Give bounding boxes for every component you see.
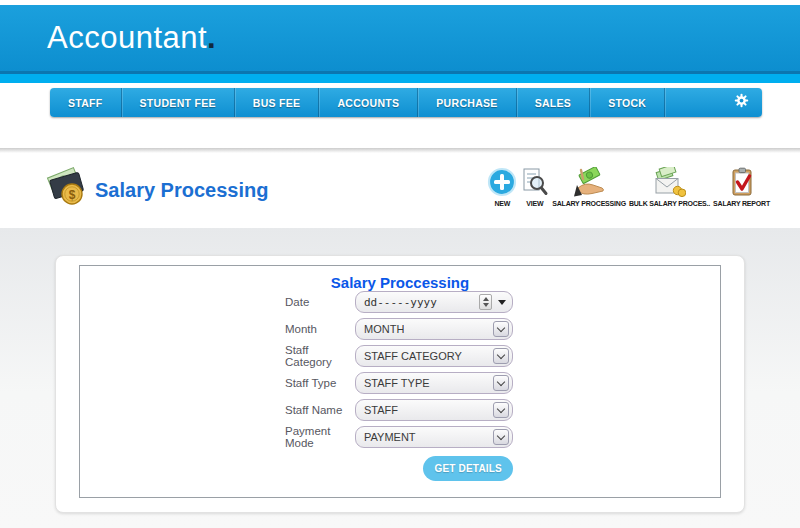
nav-item-purchase[interactable]: PURCHASE (418, 88, 516, 117)
clipboard-check-icon (727, 161, 757, 197)
get-details-button[interactable]: GET DETAILS (423, 456, 513, 481)
chevron-down-icon (493, 402, 509, 418)
staff-name-value: STAFF (364, 404, 398, 416)
brand-text: Accountant (47, 20, 207, 55)
form-actions: GET DETAILS (285, 456, 513, 481)
date-label: Date (285, 296, 355, 308)
staff-type-select[interactable]: STAFF TYPE (355, 372, 513, 394)
page-title: Salary Processing (95, 179, 268, 202)
spinner-down-icon (483, 303, 489, 307)
gear-icon (734, 93, 749, 112)
calendar-dropdown-icon[interactable] (498, 300, 506, 305)
app-header: Accountant. (0, 5, 800, 71)
form-row-staff-name: Staff Name STAFF (285, 399, 720, 421)
form-row-date: Date dd-----yyyy (285, 291, 720, 313)
toolbar-label: BULK SALARY PROCES.. (629, 200, 710, 207)
spinner-up-icon (483, 297, 489, 301)
money-icon: $ (44, 163, 90, 213)
brand-logo: Accountant. (47, 20, 216, 56)
header-accent-strip (0, 74, 800, 83)
app-window: Accountant. STAFF STUDENT FEE BUS FEE AC… (0, 0, 800, 528)
staff-category-label: Staff Category (285, 344, 355, 368)
toolbar-view-button[interactable]: VIEW (520, 161, 549, 207)
date-spinner[interactable] (479, 294, 492, 310)
chevron-down-icon (493, 321, 509, 337)
brand-dot: . (207, 20, 216, 55)
month-label: Month (285, 323, 355, 335)
toolbar-label: VIEW (526, 200, 543, 207)
form-row-staff-type: Staff Type STAFF TYPE (285, 372, 720, 394)
plus-circle-icon (487, 161, 517, 197)
nav-item-stock[interactable]: STOCK (590, 88, 665, 117)
settings-button[interactable] (721, 88, 762, 117)
payment-mode-select[interactable]: PAYMENT (355, 426, 513, 448)
envelope-money-icon (652, 161, 686, 197)
toolbar-salary-report-button[interactable]: SALARY REPORT (713, 161, 770, 207)
form-card: Salary Proccessing Date dd-----yyyy Mont… (55, 255, 745, 513)
nav-item-accounts[interactable]: ACCOUNTS (319, 88, 418, 117)
staff-name-label: Staff Name (285, 404, 355, 416)
payment-mode-value: PAYMENT (364, 431, 416, 443)
staff-type-label: Staff Type (285, 377, 355, 389)
main-nav: STAFF STUDENT FEE BUS FEE ACCOUNTS PURCH… (50, 88, 762, 117)
staff-name-select[interactable]: STAFF (355, 399, 513, 421)
salary-processing-fieldset: Salary Proccessing Date dd-----yyyy Mont… (79, 265, 721, 498)
nav-item-student-fee[interactable]: STUDENT FEE (122, 88, 235, 117)
toolbar-new-button[interactable]: NEW (487, 161, 517, 207)
nav-item-staff[interactable]: STAFF (50, 88, 122, 117)
document-magnifier-icon (520, 161, 549, 197)
content-area: Salary Proccessing Date dd-----yyyy Mont… (0, 228, 800, 528)
staff-category-select[interactable]: STAFF CATEGORY (355, 345, 513, 367)
nav-item-bus-fee[interactable]: BUS FEE (235, 88, 320, 117)
page-title-bar: $ Salary Processing NEW (0, 153, 800, 228)
staff-category-value: STAFF CATEGORY (364, 350, 462, 362)
svg-text:$: $ (69, 188, 76, 202)
staff-type-value: STAFF TYPE (364, 377, 430, 389)
form-legend: Salary Proccessing (325, 274, 475, 291)
toolbar-label: SALARY PROCESSING (552, 200, 626, 207)
toolbar-label: NEW (494, 200, 510, 207)
chevron-down-icon (493, 348, 509, 364)
toolbar-bulk-salary-button[interactable]: BULK SALARY PROCES.. (629, 161, 710, 207)
toolbar-salary-processing-button[interactable]: SALARY PROCESSING (552, 161, 626, 207)
chevron-down-icon (493, 375, 509, 391)
toolbar: NEW VIEW (487, 161, 770, 207)
form-row-month: Month MONTH (285, 318, 720, 340)
toolbar-label: SALARY REPORT (713, 200, 770, 207)
month-value: MONTH (364, 323, 404, 335)
chevron-down-icon (493, 429, 509, 445)
month-select[interactable]: MONTH (355, 318, 513, 340)
date-input[interactable]: dd-----yyyy (355, 291, 513, 313)
nav-spacer (665, 88, 721, 117)
hand-money-icon (572, 161, 606, 197)
form-row-payment-mode: Payment Mode PAYMENT (285, 426, 720, 448)
nav-item-sales[interactable]: SALES (517, 88, 591, 117)
form-row-staff-category: Staff Category STAFF CATEGORY (285, 345, 720, 367)
date-value: dd-----yyyy (364, 296, 437, 309)
payment-mode-label: Payment Mode (285, 425, 355, 449)
